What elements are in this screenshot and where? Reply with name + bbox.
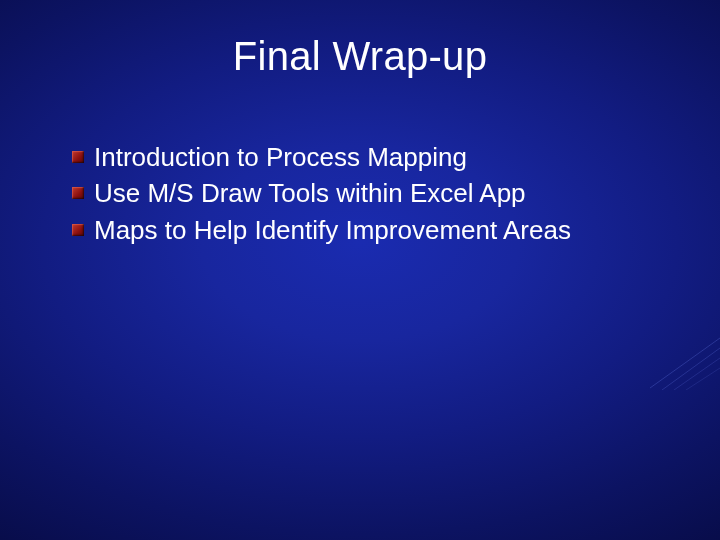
bullet-icon <box>72 224 84 236</box>
svg-line-0 <box>650 338 720 388</box>
list-item: Introduction to Process Mapping <box>72 140 680 174</box>
list-item-text: Maps to Help Identify Improvement Areas <box>94 213 680 247</box>
list-item: Use M/S Draw Tools within Excel App <box>72 176 680 210</box>
slide: Final Wrap-up Introduction to Process Ma… <box>0 0 720 540</box>
list-item: Maps to Help Identify Improvement Areas <box>72 213 680 247</box>
bullet-icon <box>72 151 84 163</box>
corner-accent-lines <box>640 330 720 390</box>
svg-line-2 <box>674 358 720 390</box>
svg-line-3 <box>686 368 720 390</box>
slide-body: Introduction to Process Mapping Use M/S … <box>72 140 680 249</box>
list-item-text: Use M/S Draw Tools within Excel App <box>94 176 680 210</box>
list-item-text: Introduction to Process Mapping <box>94 140 680 174</box>
slide-title: Final Wrap-up <box>0 34 720 79</box>
bullet-icon <box>72 187 84 199</box>
svg-line-1 <box>662 348 720 390</box>
